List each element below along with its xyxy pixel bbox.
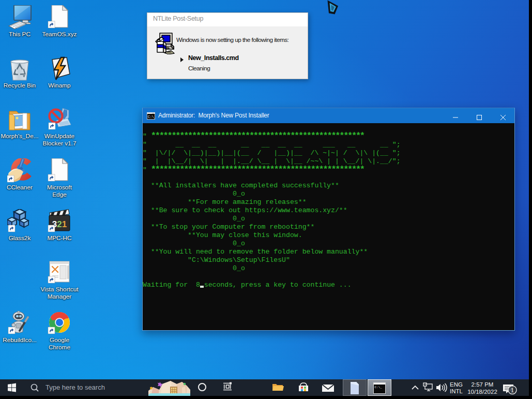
svg-text:10/18/2022: 10/18/2022 (467, 389, 497, 395)
svg-text:ENG: ENG (450, 381, 463, 388)
svg-text:INTL: INTL (450, 388, 463, 394)
svg-text:C:\_: C:\_ (148, 115, 155, 119)
svg-text:Type here to search: Type here to search (45, 383, 105, 391)
svg-text:C:\_: C:\_ (375, 386, 383, 389)
svg-text:1: 1 (511, 387, 514, 393)
svg-text:2:57 PM: 2:57 PM (472, 381, 494, 388)
